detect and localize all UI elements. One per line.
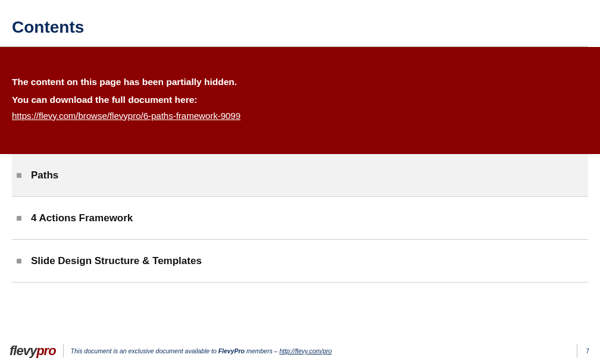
footer-link[interactable]: http://flevy.com/pro: [279, 347, 332, 354]
title-area: Contents: [0, 0, 600, 44]
contents-item-label: Slide Design Structure & Templates: [31, 255, 202, 267]
footer-text-prefix: This document is an exclusive document a…: [71, 347, 218, 354]
download-link[interactable]: https://flevy.com/browse/flevypro/6-path…: [12, 111, 588, 121]
flevypro-logo: flevypro: [10, 343, 56, 359]
hidden-content-banner: The content on this page has been partia…: [0, 47, 600, 154]
banner-line-2: You can download the full document here:: [12, 91, 588, 108]
logo-text-pro: pro: [36, 343, 55, 359]
bullet-icon: [17, 259, 21, 263]
footer-divider: [63, 344, 64, 357]
contents-item-label: Paths: [31, 170, 58, 181]
logo-text-flevy: flevy: [10, 343, 36, 359]
footer: flevypro This document is an exclusive d…: [0, 343, 600, 364]
contents-item-label: 4 Actions Framework: [31, 212, 133, 224]
footer-text: This document is an exclusive document a…: [71, 347, 571, 354]
page-title: Contents: [12, 18, 588, 37]
contents-item-slide-design[interactable]: Slide Design Structure & Templates: [12, 240, 588, 283]
footer-text-mid: members –: [245, 347, 279, 354]
bullet-icon: [17, 173, 21, 178]
page-number: 7: [583, 347, 589, 354]
bullet-icon: [17, 216, 21, 221]
contents-item-4-actions[interactable]: 4 Actions Framework: [12, 197, 588, 240]
contents-item-paths[interactable]: Paths: [12, 154, 588, 197]
slide-page: Contents The content on this page has be…: [0, 0, 600, 364]
footer-text-bold: FlevyPro: [218, 347, 245, 354]
banner-line-1: The content on this page has been partia…: [12, 73, 588, 90]
footer-divider-right: [577, 344, 577, 357]
contents-list: Paths 4 Actions Framework Slide Design S…: [0, 154, 600, 343]
